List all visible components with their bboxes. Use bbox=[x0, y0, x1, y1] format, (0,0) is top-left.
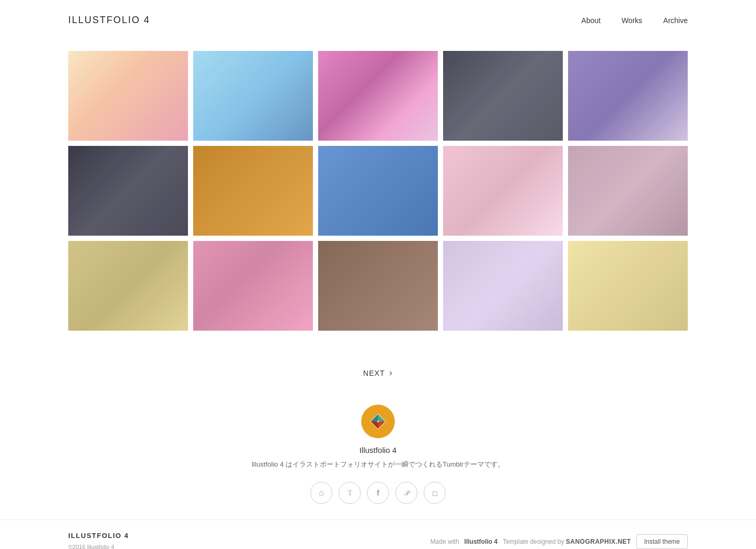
nav-about[interactable]: About bbox=[581, 16, 601, 25]
footer-brand: ILLUSTFOLIO 4 bbox=[68, 532, 129, 540]
nav-archive[interactable]: Archive bbox=[663, 16, 688, 25]
footer-right: Made with Illustfolio 4 Template designe… bbox=[430, 534, 688, 549]
home-icon: ⌂ bbox=[319, 488, 324, 498]
gallery-item[interactable] bbox=[568, 51, 688, 141]
nav-works[interactable]: Works bbox=[622, 16, 642, 25]
pinterest-icon: 𝒫 bbox=[404, 489, 409, 498]
gallery-item[interactable] bbox=[193, 51, 313, 141]
gallery-item[interactable] bbox=[68, 241, 188, 331]
svg-marker-3 bbox=[378, 421, 385, 429]
footer-theme-name: Illustfolio 4 bbox=[464, 538, 497, 545]
gallery-item[interactable] bbox=[318, 146, 438, 236]
svg-marker-4 bbox=[371, 421, 378, 429]
gallery-item[interactable] bbox=[193, 146, 313, 236]
svg-marker-2 bbox=[371, 414, 378, 421]
logo-svg bbox=[369, 412, 387, 431]
install-theme-button[interactable]: Install theme bbox=[636, 534, 688, 549]
gallery-item[interactable] bbox=[568, 241, 688, 331]
svg-point-5 bbox=[377, 420, 379, 423]
gallery-item[interactable] bbox=[193, 241, 313, 331]
social-links: ⌂ 𝕋 f 𝒫 ◻ bbox=[310, 482, 446, 504]
footer-designer-name: SANOGRAPHIX.NET bbox=[566, 538, 631, 545]
instagram-icon: ◻ bbox=[432, 489, 438, 497]
pagination: NEXT › bbox=[0, 352, 756, 405]
next-label: NEXT bbox=[363, 369, 385, 377]
site-title: ILLUSTFOLIO 4 bbox=[68, 15, 150, 26]
next-button[interactable]: NEXT › bbox=[363, 367, 393, 378]
footer-copyright: ©2016 Illustfolio 4 bbox=[68, 544, 114, 549]
social-pinterest-button[interactable]: 𝒫 bbox=[395, 482, 417, 504]
social-instagram-button[interactable]: ◻ bbox=[424, 482, 446, 504]
made-with-text: Made with bbox=[430, 538, 459, 545]
gallery-item[interactable] bbox=[568, 146, 688, 236]
footer-logo-area: Illustfolio 4 Illustfolio 4 はイラストポートフォリオ… bbox=[0, 405, 756, 520]
footer-description: Illustfolio 4 はイラストポートフォリオサイトが一瞬でつくれるTum… bbox=[251, 460, 505, 469]
main-nav: About Works Archive bbox=[581, 16, 688, 25]
gallery-item[interactable] bbox=[68, 146, 188, 236]
gallery-item[interactable] bbox=[68, 51, 188, 141]
social-facebook-button[interactable]: f bbox=[367, 482, 389, 504]
facebook-icon: f bbox=[377, 489, 380, 497]
gallery-item[interactable] bbox=[443, 51, 563, 141]
social-home-button[interactable]: ⌂ bbox=[310, 482, 332, 504]
footer-site-title: Illustfolio 4 bbox=[360, 446, 397, 455]
gallery-item[interactable] bbox=[443, 241, 563, 331]
gallery-grid bbox=[0, 40, 756, 352]
gallery-item[interactable] bbox=[318, 241, 438, 331]
logo-icon bbox=[361, 405, 395, 438]
social-twitter-button[interactable]: 𝕋 bbox=[339, 482, 361, 504]
footer-left: ILLUSTFOLIO 4 ©2016 Illustfolio 4 bbox=[68, 532, 129, 549]
twitter-icon: 𝕋 bbox=[348, 489, 352, 497]
chevron-right-icon: › bbox=[389, 367, 393, 378]
footer-designer-text: Template designed by SANOGRAPHIX.NET bbox=[503, 538, 631, 545]
svg-marker-1 bbox=[378, 414, 385, 421]
gallery-item[interactable] bbox=[318, 51, 438, 141]
gallery-item[interactable] bbox=[443, 146, 563, 236]
bottom-footer: ILLUSTFOLIO 4 ©2016 Illustfolio 4 Made w… bbox=[0, 520, 756, 549]
